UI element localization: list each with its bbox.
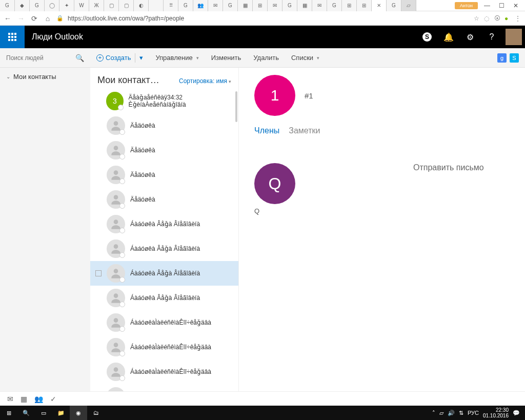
contact-row[interactable]: 3Äåàǧaåéñêàÿ34:32 ÈǧèíàÀeåéñàíäǧîâíà xyxy=(90,89,238,113)
browser-tab[interactable]: G xyxy=(223,0,238,11)
browser-tab[interactable]: ▢ xyxy=(104,0,119,11)
browser-tab[interactable]: W xyxy=(74,0,89,11)
new-tab-button[interactable]: ▱ xyxy=(401,0,416,11)
browser-tab[interactable]: Ж xyxy=(89,0,104,11)
checkbox[interactable] xyxy=(95,270,102,276)
lists-button[interactable]: Списки xyxy=(285,54,326,62)
my-contacts-nav[interactable]: ⌄ Мои контакты xyxy=(0,68,90,86)
browser-tab[interactable]: ⠿ xyxy=(164,0,178,11)
notifications-icon[interactable]: 🔔 xyxy=(438,26,459,48)
explorer-icon[interactable]: 📁 xyxy=(52,406,70,420)
menu-button[interactable]: ⋮ xyxy=(515,15,522,22)
taskview-button[interactable]: ▭ xyxy=(35,406,52,420)
browser-tab[interactable]: ⊞ xyxy=(342,0,357,11)
skype-icon[interactable]: S xyxy=(416,26,438,48)
maximize-button[interactable]: ☐ xyxy=(496,2,507,9)
contact-row[interactable]: Äåäóøêà xyxy=(90,113,238,138)
member-avatar[interactable]: Q xyxy=(254,163,295,204)
search-input[interactable] xyxy=(6,54,68,62)
browser-tab[interactable]: ▢ xyxy=(119,0,134,11)
app-launcher[interactable] xyxy=(0,26,25,48)
browser-tab-active[interactable]: ✕ xyxy=(372,0,387,11)
contact-row[interactable]: ÁàáóøêàÌàëéñêìàÊîî÷êåǧäâà xyxy=(90,359,238,384)
contact-row[interactable]: Äåäóøêà xyxy=(90,138,238,163)
tasks-icon[interactable]: ✓ xyxy=(50,395,56,403)
contact-row[interactable]: ÁàáóøêàÌàëéñêìàÊîî÷êåǧäâà xyxy=(90,310,238,335)
profile-avatar[interactable] xyxy=(506,29,522,45)
taskbar-clock[interactable]: 22:30 01.10.2016 xyxy=(483,407,509,418)
bottom-nav: ✉ ▦ 👥 ✓ xyxy=(0,391,525,406)
tray-notifications-icon[interactable]: 💬 xyxy=(513,410,520,416)
browser-tab[interactable]: G xyxy=(178,0,193,11)
contact-row[interactable]: Áàáóøêà Âåǧà Âîåãîâèíà xyxy=(90,212,238,236)
contact-row[interactable]: ÁàáóøêàÌàëéñêìàÊîî÷êåǧäâà xyxy=(90,384,238,391)
browser-tab[interactable]: ▦ xyxy=(297,0,312,11)
browser-tab[interactable]: ✦ xyxy=(59,0,74,11)
browser-tab[interactable]: ◆ xyxy=(15,0,30,11)
browser-tab[interactable]: G xyxy=(0,0,15,11)
tray-lang[interactable]: РУС xyxy=(468,410,479,416)
ext-icon[interactable]: ◌ xyxy=(484,15,491,22)
skype-badge-icon[interactable]: S xyxy=(510,53,519,63)
chrome-icon[interactable]: ◉ xyxy=(70,406,87,420)
browser-tab[interactable]: 👥 xyxy=(193,0,208,11)
contact-name: ÁàáóøêàÌàëéñêìàÊîî÷êåǧäâà xyxy=(130,344,211,351)
tray-network-icon[interactable]: ⇅ xyxy=(459,410,463,416)
contact-row[interactable]: Áàáóøêà Âåǧà Âîåãîâèíà xyxy=(90,261,238,286)
tab-members[interactable]: Члены xyxy=(254,126,279,137)
ext-icon[interactable]: ⦿ xyxy=(494,15,501,22)
contact-list[interactable]: 3Äåàǧaåéñêàÿ34:32 ÈǧèíàÀeåéñàíäǧîâíàÄåäó… xyxy=(90,89,238,391)
contact-avatar xyxy=(107,166,125,184)
delete-button[interactable]: Удалить xyxy=(247,54,285,62)
contact-row[interactable]: Áàáóøêà Âåǧà Âîåãîâèíà xyxy=(90,236,238,261)
search-icon[interactable]: 🔍 xyxy=(75,54,84,62)
manage-button[interactable]: Управление xyxy=(149,54,205,62)
browser-tab[interactable]: ✉ xyxy=(312,0,327,11)
browser-tab[interactable]: ▦ xyxy=(238,0,253,11)
ext-icon[interactable]: ● xyxy=(504,15,512,22)
browser-tab[interactable]: G xyxy=(282,0,297,11)
browser-tab[interactable]: ◯ xyxy=(45,0,59,11)
reload-button[interactable]: ⟳ xyxy=(30,14,39,23)
contact-avatar xyxy=(107,215,125,233)
browser-tab[interactable]: ✉ xyxy=(268,0,282,11)
browser-tab[interactable]: ⊞ xyxy=(357,0,372,11)
browser-tab[interactable]: G xyxy=(387,0,401,11)
create-button[interactable]: + Создать ▾ xyxy=(90,53,149,63)
people-icon[interactable]: 👥 xyxy=(34,395,43,403)
tray-battery-icon[interactable]: ▱ xyxy=(439,410,443,416)
browser-tab[interactable] xyxy=(149,0,164,11)
contact-row[interactable]: Äåäóøêà xyxy=(90,187,238,212)
star-icon[interactable]: ☆ xyxy=(474,15,481,22)
back-button[interactable]: ← xyxy=(3,14,12,23)
search-people[interactable]: 🔍 xyxy=(0,48,90,68)
contact-row[interactable]: ÁàáóøêàÌàëéñêìàÊîî÷êåǧäâà xyxy=(90,335,238,359)
browser-tab[interactable]: G xyxy=(327,0,342,11)
browser-tab[interactable]: G xyxy=(30,0,45,11)
forward-button[interactable]: → xyxy=(16,14,26,23)
tray-volume-icon[interactable]: 🔊 xyxy=(448,410,455,416)
close-button[interactable]: ✕ xyxy=(511,2,521,9)
url-text[interactable]: https://outlook.live.com/owa/?path=/peop… xyxy=(68,15,470,22)
browser-tab[interactable]: ✉ xyxy=(208,0,223,11)
mail-icon[interactable]: ✉ xyxy=(7,395,13,403)
help-icon[interactable]: ? xyxy=(481,26,502,48)
browser-tab[interactable]: ⊞ xyxy=(253,0,268,11)
edit-button[interactable]: Изменить xyxy=(205,54,248,62)
tab-notes[interactable]: Заметки xyxy=(289,126,320,137)
settings-icon[interactable]: ⚙ xyxy=(459,26,481,48)
app-icon[interactable]: 🗂 xyxy=(87,406,105,420)
tray-up-icon[interactable]: ˄ xyxy=(432,410,435,416)
calendar-icon[interactable]: ▦ xyxy=(21,395,27,403)
send-mail-link[interactable]: Отправить письмо xyxy=(413,163,484,172)
minimize-button[interactable]: — xyxy=(482,2,492,9)
home-button[interactable]: ⌂ xyxy=(43,14,52,23)
start-button[interactable]: ⊞ xyxy=(0,406,17,420)
search-taskbar[interactable]: 🔍 xyxy=(17,406,35,420)
browser-tab[interactable]: ◐ xyxy=(134,0,149,11)
google-badge-icon[interactable]: g xyxy=(497,53,507,63)
sort-dropdown[interactable]: Сортировка: имя xyxy=(179,77,231,85)
scrollbar[interactable] xyxy=(235,91,237,122)
contact-row[interactable]: Áàáóøêà Âåǧà Âîåãîâèíà xyxy=(90,286,238,310)
contact-row[interactable]: Äåäóøêà xyxy=(90,163,238,187)
